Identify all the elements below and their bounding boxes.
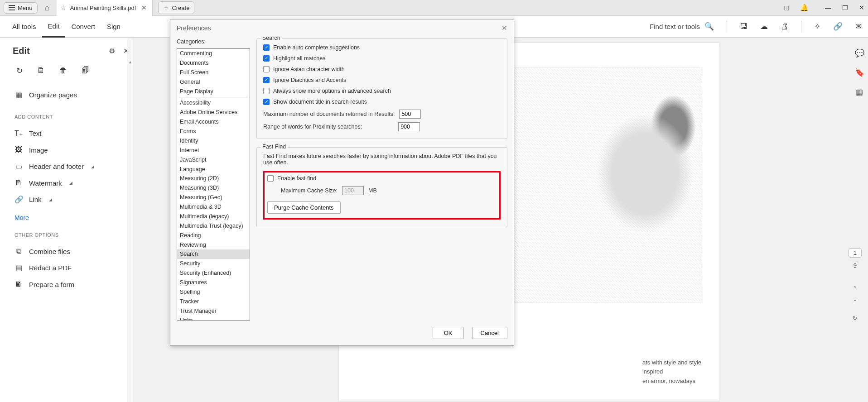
tab-edit[interactable]: Edit xyxy=(42,16,66,38)
category-item[interactable]: Search xyxy=(177,249,250,259)
category-item[interactable]: Measuring (3D) xyxy=(177,183,250,193)
close-window-icon[interactable]: ✕ xyxy=(859,4,864,11)
combine-label: Combine files xyxy=(29,248,70,255)
category-item[interactable]: JavaScript xyxy=(177,155,250,165)
tab-convert[interactable]: Convert xyxy=(65,16,101,38)
delete-icon[interactable]: 🗑 xyxy=(59,66,67,76)
minimize-icon[interactable]: — xyxy=(825,4,831,11)
ok-button[interactable]: OK xyxy=(433,327,464,339)
current-page[interactable]: 1 xyxy=(849,248,862,258)
category-item[interactable]: Full Screen xyxy=(177,68,250,77)
image-icon: 🖼 xyxy=(14,146,23,154)
category-item[interactable]: Security (Enhanced) xyxy=(177,268,250,278)
category-item[interactable]: Page Display xyxy=(177,87,250,96)
link-label: Link xyxy=(29,196,42,203)
document-tab[interactable]: ☆ Animal Painting Skills.pdf ✕ xyxy=(57,0,153,16)
category-item[interactable]: Adobe Online Services xyxy=(177,108,250,117)
rotate-icon[interactable]: ↻ xyxy=(16,66,23,76)
category-item[interactable]: Multimedia (legacy) xyxy=(177,212,250,221)
category-item[interactable]: Commenting xyxy=(177,49,250,58)
redact-pdf[interactable]: ▤Redact a PDF xyxy=(13,259,129,276)
watermark-icon: 🗎 xyxy=(14,179,23,187)
page-up-arrow[interactable]: ⌃ xyxy=(853,285,857,292)
chk-enable-fastfind[interactable] xyxy=(267,175,274,182)
categories-label: Categories: xyxy=(177,37,250,45)
page-down-arrow[interactable]: ⌄ xyxy=(853,296,857,302)
link[interactable]: 🔗Link◢ xyxy=(13,191,129,208)
category-item[interactable]: Units xyxy=(177,316,250,321)
ai-icon[interactable]: ✧ xyxy=(814,22,820,31)
section-other-options: OTHER OPTIONS xyxy=(14,232,129,238)
more-link[interactable]: More xyxy=(14,214,129,221)
category-item[interactable]: Spelling xyxy=(177,287,250,297)
purge-cache-button[interactable]: Purge Cache Contents xyxy=(267,201,341,214)
tab-close-icon[interactable]: ✕ xyxy=(140,4,149,11)
header-footer[interactable]: ▭Header and footer◢ xyxy=(13,158,129,175)
category-item[interactable]: Internet xyxy=(177,146,250,155)
watermark[interactable]: 🗎Watermark◢ xyxy=(13,175,129,191)
category-item[interactable]: Multimedia & 3D xyxy=(177,202,250,212)
maximize-icon[interactable]: ❐ xyxy=(842,4,848,11)
image-label: Image xyxy=(29,146,48,154)
combine-files[interactable]: ⧉Combine files xyxy=(13,243,129,259)
chk-advanced[interactable] xyxy=(263,88,270,94)
category-item[interactable]: Reading xyxy=(177,231,250,240)
save-icon[interactable]: 🖫 xyxy=(740,22,747,31)
dialog-close-icon[interactable]: ✕ xyxy=(502,24,507,32)
link-icon[interactable]: 🔗 xyxy=(833,22,843,31)
comment-rail-icon[interactable]: 💬 xyxy=(855,48,864,58)
category-item[interactable]: General xyxy=(177,77,250,87)
menu-button[interactable]: Menu xyxy=(4,2,38,14)
prepare-form[interactable]: 🗎Prepare a form xyxy=(13,276,129,292)
tab-all-tools[interactable]: All tools xyxy=(6,16,42,38)
chk-diacritics[interactable] xyxy=(263,77,270,83)
gear-icon[interactable]: ⚙ xyxy=(109,47,115,55)
chk-autocomplete[interactable] xyxy=(263,44,270,51)
bell-icon[interactable]: 🔔 xyxy=(800,4,809,12)
proximity-input[interactable] xyxy=(398,122,420,131)
find-label[interactable]: Find text or tools xyxy=(650,23,700,30)
help-icon[interactable]: ？⃝ xyxy=(784,4,789,12)
star-icon[interactable]: ☆ xyxy=(60,4,66,12)
mail-icon[interactable]: ✉ xyxy=(855,22,862,31)
category-item[interactable]: Multimedia Trust (legacy) xyxy=(177,221,250,231)
create-button[interactable]: ＋ Create xyxy=(158,1,194,14)
category-item[interactable]: Identity xyxy=(177,136,250,146)
category-item[interactable]: Trust Manager xyxy=(177,306,250,316)
chk-enable-fastfind-label: Enable fast find xyxy=(277,175,316,182)
max-docs-input[interactable] xyxy=(399,110,421,119)
category-item[interactable]: Measuring (Geo) xyxy=(177,193,250,202)
cancel-button[interactable]: Cancel xyxy=(472,327,507,339)
window-controls: — ❐ ✕ xyxy=(825,4,864,11)
category-item[interactable]: Tracker xyxy=(177,297,250,306)
category-item[interactable]: Signatures xyxy=(177,278,250,287)
print-icon[interactable]: 🖨 xyxy=(781,22,788,31)
home-icon[interactable]: ⌂ xyxy=(45,3,50,13)
extract-icon[interactable]: 🗎 xyxy=(37,66,45,76)
category-item[interactable]: Security xyxy=(177,259,250,268)
chk-asian[interactable] xyxy=(263,66,270,72)
category-item[interactable]: Language xyxy=(177,165,250,174)
insert-icon[interactable]: 🗐 xyxy=(82,66,89,76)
categories-list[interactable]: CommentingDocumentsFull ScreenGeneralPag… xyxy=(177,48,250,321)
refresh-icon[interactable]: ↻ xyxy=(853,315,857,321)
upload-icon[interactable]: ☁ xyxy=(760,22,768,31)
category-item[interactable]: Measuring (2D) xyxy=(177,174,250,183)
category-item[interactable]: Forms xyxy=(177,127,250,136)
category-item[interactable]: Documents xyxy=(177,58,250,68)
add-image[interactable]: 🖼Image xyxy=(13,142,129,158)
chk-highlight[interactable] xyxy=(263,55,270,62)
prepare-label: Prepare a form xyxy=(29,281,74,288)
tab-sign[interactable]: Sign xyxy=(101,16,126,38)
cache-label: Maximum Cache Size: xyxy=(281,187,338,194)
category-item[interactable]: Accessibility xyxy=(177,98,250,108)
category-item[interactable]: Email Accounts xyxy=(177,117,250,127)
chk-doctitle[interactable] xyxy=(263,99,270,105)
bookmark-rail-icon[interactable]: 🔖 xyxy=(855,68,864,77)
category-item[interactable]: Reviewing xyxy=(177,240,250,250)
grid-rail-icon[interactable]: ▦ xyxy=(856,87,863,97)
fastfind-group: Fast Find Fast Find makes future searche… xyxy=(256,147,507,227)
search-icon[interactable]: 🔍 xyxy=(704,22,714,31)
add-text[interactable]: T₊Text xyxy=(13,125,129,142)
organize-pages[interactable]: ▦ Organize pages xyxy=(13,86,129,103)
